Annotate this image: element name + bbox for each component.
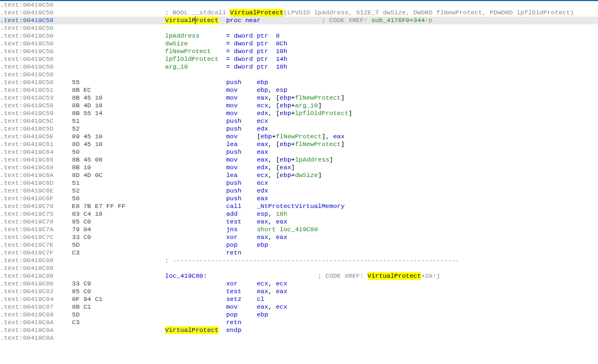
asm-line[interactable]: .text:00419C70 E8 7B E7 FF FF call _NtPr…	[0, 202, 598, 210]
asm-line[interactable]: .text:00419C7A 79 04 jns short loc_419C8…	[0, 226, 598, 233]
register: cl	[257, 295, 265, 303]
address[interactable]: .text:00419C8A	[0, 334, 72, 342]
address[interactable]: .text:00419C75	[0, 210, 72, 218]
asm-line[interactable]: .text:00419C7F C3 retn	[0, 249, 598, 257]
asm-line[interactable]: .text:00419C50	[0, 24, 598, 32]
asm-line[interactable]: .text:00419C51 8B EC mov ebp, esp	[0, 86, 598, 94]
asm-line[interactable]: .text:00419C50 ; BOOL __stdcall VirtualP…	[0, 9, 598, 17]
asm-line[interactable]: .text:00419C8A VirtualProtect endp	[0, 326, 598, 334]
address[interactable]: .text:00419C7F	[0, 249, 72, 257]
address[interactable]: .text:00419C6F	[0, 195, 72, 202]
asm-line[interactable]: .text:00419C80	[0, 264, 598, 272]
asm-line[interactable]: .text:00419C8A C3 retn	[0, 319, 598, 326]
address[interactable]: .text:00419C50	[0, 32, 72, 40]
asm-line[interactable]: .text:00419C5D 52 push edx	[0, 125, 598, 133]
address[interactable]: .text:00419C8A	[0, 319, 72, 326]
disassembly-lines[interactable]: .text:00419C50 .text:00419C50 ; BOOL __s…	[0, 1, 598, 342]
asm-line[interactable]: .text:00419C65 8B 45 08 mov eax, [ebp+lp…	[0, 156, 598, 164]
hex-bytes: 52	[72, 187, 165, 195]
address[interactable]: .text:00419C89	[0, 311, 72, 319]
asm-line[interactable]: .text:00419C61 8D 45 10 lea eax, [ebp+fl…	[0, 141, 598, 148]
address[interactable]: .text:00419C61	[0, 141, 72, 148]
address[interactable]: .text:00419C82	[0, 288, 72, 295]
address[interactable]: .text:00419C6D	[0, 179, 72, 187]
address[interactable]: .text:00419C50	[0, 48, 72, 55]
address[interactable]: .text:00419C7C	[0, 233, 72, 241]
hex-bytes: 5D	[72, 241, 165, 249]
address[interactable]: .text:00419C50	[0, 79, 72, 86]
asm-line[interactable]: .text:00419C50 lpflOldProtect = dword pt…	[0, 55, 598, 63]
asm-line[interactable]: .text:00419C56 8B 4D 18 mov ecx, [ebp+ar…	[0, 102, 598, 110]
asm-line[interactable]: .text:00419C50	[0, 1, 598, 9]
address[interactable]: .text:00419C80	[0, 280, 72, 288]
address[interactable]: .text:00419C7A	[0, 226, 72, 233]
asm-line[interactable]: .text:00419C50 dwSize = dword ptr 0Ch	[0, 40, 598, 48]
register: ebp	[280, 110, 291, 117]
asm-line[interactable]: .text:00419C50 lpAddress = dword ptr 8	[0, 32, 598, 40]
address[interactable]: .text:00419C50	[0, 24, 72, 32]
asm-line[interactable]: .text:00419C6A 8D 4D 0C lea ecx, [ebp+dw…	[0, 171, 598, 179]
address[interactable]: .text:00419C8A	[0, 326, 72, 334]
address[interactable]: .text:00419C70	[0, 202, 72, 210]
asm-line[interactable]: .text:00419C89 5D pop ebp	[0, 311, 598, 319]
address[interactable]: .text:00419C84	[0, 295, 72, 303]
asm-line[interactable]: .text:00419C50	[0, 71, 598, 79]
asm-line[interactable]: .text:00419C82 85 C0 test eax, eax	[0, 288, 598, 295]
asm-line[interactable]: .text:00419C50 arg_10 = dword ptr 18h	[0, 63, 598, 71]
asm-line[interactable]: .text:00419C64 50 push eax	[0, 148, 598, 156]
asm-line[interactable]: .text:00419C5C 51 push ecx	[0, 117, 598, 125]
address[interactable]: .text:00419C5C	[0, 117, 72, 125]
hex-bytes: 89 45 10	[72, 133, 165, 141]
asm-line[interactable]: .text:00419C6F 50 push eax	[0, 195, 598, 202]
asm-line[interactable]: .text:00419C80 33 C9 xor ecx, ecx	[0, 280, 598, 288]
address[interactable]: .text:00419C56	[0, 102, 72, 110]
hex-bytes: 8B 45 08	[72, 156, 165, 164]
asm-line[interactable]: .text:00419C84 0F 94 C1 setz cl	[0, 295, 598, 303]
asm-line[interactable]: .text:00419C50 55 push ebp	[0, 79, 598, 86]
address[interactable]: .text:00419C78	[0, 218, 72, 226]
address[interactable]: .text:00419C64	[0, 148, 72, 156]
register: esp	[257, 210, 269, 218]
address[interactable]: .text:00419C53	[0, 94, 72, 102]
asm-line[interactable]: .text:00419C6D 51 push ecx	[0, 179, 598, 187]
address[interactable]: .text:00419C5E	[0, 133, 72, 141]
asm-line[interactable]: .text:00419C50 flNewProtect = dword ptr …	[0, 48, 598, 55]
hex-bytes: 8B 55 14	[72, 110, 165, 117]
address[interactable]: .text:00419C80	[0, 257, 72, 264]
asm-line[interactable]: .text:00419C78 85 C0 test eax, eax	[0, 218, 598, 226]
hex-bytes: 55	[72, 79, 165, 86]
address[interactable]: .text:00419C50	[0, 55, 72, 63]
address[interactable]: .text:00419C50	[0, 9, 72, 17]
asm-line[interactable]: .text:00419C7E 5D pop ebp	[0, 241, 598, 249]
asm-line[interactable]: .text:00419C5E 89 45 10 mov [ebp+flNewPr…	[0, 133, 598, 141]
address[interactable]: .text:00419C6E	[0, 187, 72, 195]
asm-line[interactable]: .text:00419C80 ; -----------------------…	[0, 257, 598, 264]
address[interactable]: .text:00419C68	[0, 164, 72, 171]
address[interactable]: .text:00419C59	[0, 110, 72, 117]
address[interactable]: .text:00419C50	[0, 71, 72, 79]
address[interactable]: .text:00419C65	[0, 156, 72, 164]
register: ebp	[257, 311, 269, 319]
ida-disassembly-view[interactable]: { "seg": ".text", "func_name": "VirtualP…	[0, 0, 598, 364]
asm-line[interactable]: .text:00419C87 8B C1 mov eax, ecx	[0, 303, 598, 311]
address[interactable]: .text:00419C6A	[0, 171, 72, 179]
asm-line[interactable]: .text:00419C68 8B 10 mov edx, [eax]	[0, 164, 598, 171]
address[interactable]: .text:00419C5D	[0, 125, 72, 133]
address[interactable]: .text:00419C87	[0, 303, 72, 311]
address[interactable]: .text:00419C50	[0, 1, 72, 9]
address[interactable]: .text:00419C80	[0, 264, 72, 272]
address[interactable]: .text:00419C50	[0, 17, 72, 24]
asm-line[interactable]: .text:00419C59 8B 55 14 mov edx, [ebp+lp…	[0, 110, 598, 117]
address[interactable]: .text:00419C80	[0, 272, 72, 280]
address[interactable]: .text:00419C51	[0, 86, 72, 94]
asm-line[interactable]: .text:00419C7C 33 C0 xor eax, eax	[0, 233, 598, 241]
asm-line[interactable]: .text:00419C6E 52 push edx	[0, 187, 598, 195]
asm-line[interactable]: .text:00419C80 loc_419C80: ; CODE XREF: …	[0, 272, 598, 280]
asm-line[interactable]: .text:00419C8A	[0, 334, 598, 342]
address[interactable]: .text:00419C50	[0, 63, 72, 71]
address[interactable]: .text:00419C7E	[0, 241, 72, 249]
address[interactable]: .text:00419C50	[0, 40, 72, 48]
asm-line[interactable]: .text:00419C53 8B 45 10 mov eax, [ebp+fl…	[0, 94, 598, 102]
asm-line[interactable]: .text:00419C50 VirtualProtect proc near …	[0, 17, 598, 24]
asm-line[interactable]: .text:00419C75 83 C4 18 add esp, 18h	[0, 210, 598, 218]
